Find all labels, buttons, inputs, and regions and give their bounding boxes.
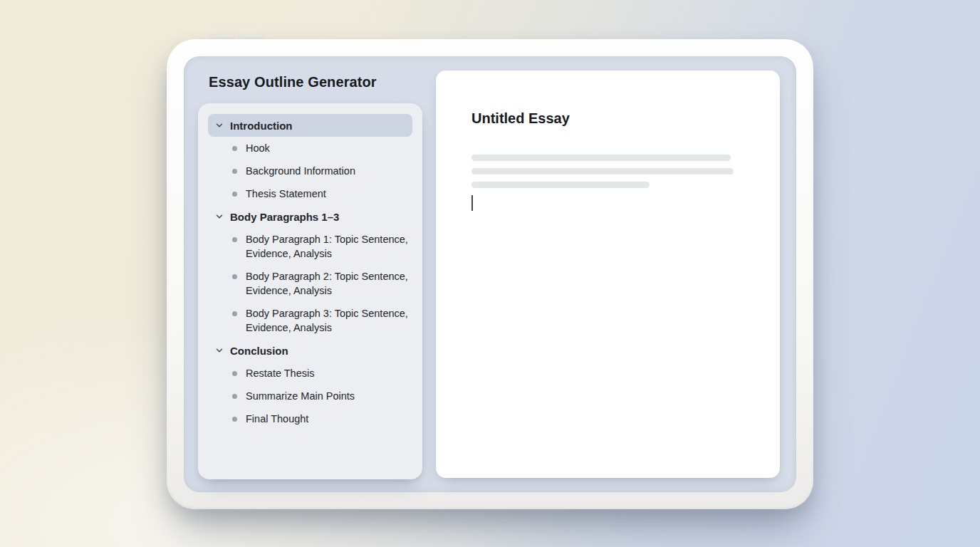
bullet-icon xyxy=(232,311,237,316)
item-label: Hook xyxy=(246,141,270,155)
bullet-icon xyxy=(232,417,237,422)
tablet-frame: Essay Outline Generator Introduction Hoo… xyxy=(167,39,813,509)
placeholder-lines xyxy=(471,155,744,188)
section-label: Body Paragraphs 1–3 xyxy=(230,211,339,223)
item-label: Body Paragraph 3: Topic Sentence, Eviden… xyxy=(246,306,408,335)
app-title: Essay Outline Generator xyxy=(209,74,377,90)
outline-item-hook[interactable]: Hook xyxy=(208,137,412,160)
essay-editor-panel[interactable]: Untitled Essay xyxy=(436,71,780,478)
outline-section-body-paragraphs[interactable]: Body Paragraphs 1–3 xyxy=(208,205,412,228)
chevron-down-icon[interactable] xyxy=(215,212,224,221)
item-label: Background Information xyxy=(246,164,355,178)
app-window: Essay Outline Generator Introduction Hoo… xyxy=(184,56,796,492)
outline-item-body-paragraph-1[interactable]: Body Paragraph 1: Topic Sentence, Eviden… xyxy=(208,228,412,265)
item-label: Final Thought xyxy=(246,412,308,426)
placeholder-line xyxy=(471,155,731,161)
bullet-icon xyxy=(232,371,237,376)
bullet-icon xyxy=(232,169,237,174)
essay-title[interactable]: Untitled Essay xyxy=(471,109,744,127)
outline-item-background-information[interactable]: Background Information xyxy=(208,160,412,182)
chevron-down-icon[interactable] xyxy=(215,346,224,355)
section-label: Conclusion xyxy=(230,345,288,357)
text-cursor xyxy=(471,195,473,211)
placeholder-line xyxy=(471,182,650,188)
outline-item-restate-thesis[interactable]: Restate Thesis xyxy=(208,362,412,385)
outline-item-body-paragraph-2[interactable]: Body Paragraph 2: Topic Sentence, Eviden… xyxy=(208,265,412,302)
item-label: Thesis Statement xyxy=(246,187,326,201)
item-label: Summarize Main Points xyxy=(246,389,355,403)
outline-item-summarize-main-points[interactable]: Summarize Main Points xyxy=(208,385,412,407)
chevron-down-icon[interactable] xyxy=(215,121,224,130)
item-label: Body Paragraph 1: Topic Sentence, Eviden… xyxy=(246,232,408,261)
outline-item-final-thought[interactable]: Final Thought xyxy=(208,407,412,430)
bullet-icon xyxy=(232,146,237,151)
outline-section-conclusion[interactable]: Conclusion xyxy=(208,339,412,362)
outline-item-body-paragraph-3[interactable]: Body Paragraph 3: Topic Sentence, Eviden… xyxy=(208,302,412,339)
section-label: Introduction xyxy=(230,120,292,132)
item-label: Body Paragraph 2: Topic Sentence, Eviden… xyxy=(246,269,408,298)
bullet-icon xyxy=(232,192,237,197)
outline-section-introduction[interactable]: Introduction xyxy=(208,114,412,137)
outline-item-thesis-statement[interactable]: Thesis Statement xyxy=(208,182,412,205)
outline-sidebar: Introduction Hook Background Information… xyxy=(198,103,422,479)
item-label: Restate Thesis xyxy=(246,366,314,380)
bullet-icon xyxy=(232,237,237,242)
bullet-icon xyxy=(232,274,237,279)
bullet-icon xyxy=(232,394,237,399)
placeholder-line xyxy=(471,168,734,174)
